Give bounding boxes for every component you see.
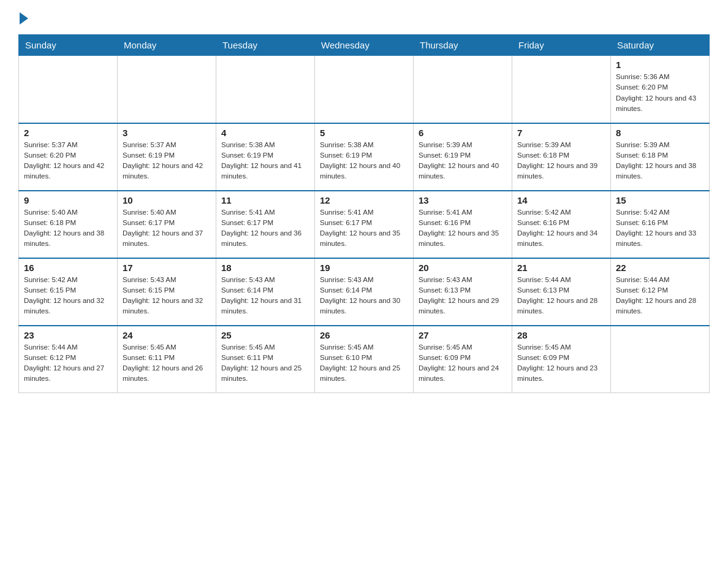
day-number: 12 <box>320 195 408 205</box>
calendar-cell: 4Sunrise: 5:38 AMSunset: 6:19 PMDaylight… <box>216 123 315 191</box>
calendar-cell: 26Sunrise: 5:45 AMSunset: 6:10 PMDayligh… <box>315 326 414 393</box>
day-info: Sunrise: 5:43 AMSunset: 6:14 PMDaylight:… <box>320 275 408 317</box>
calendar-cell: 24Sunrise: 5:45 AMSunset: 6:11 PMDayligh… <box>118 326 216 393</box>
header-saturday: Saturday <box>611 35 710 56</box>
day-info: Sunrise: 5:39 AMSunset: 6:19 PMDaylight:… <box>419 140 507 182</box>
day-info: Sunrise: 5:45 AMSunset: 6:10 PMDaylight:… <box>320 342 408 385</box>
day-info: Sunrise: 5:43 AMSunset: 6:15 PMDaylight:… <box>123 275 211 317</box>
header <box>18 12 710 25</box>
weekday-header-row: Sunday Monday Tuesday Wednesday Thursday… <box>19 35 710 56</box>
calendar-cell: 3Sunrise: 5:37 AMSunset: 6:19 PMDaylight… <box>118 123 216 191</box>
calendar-cell: 7Sunrise: 5:39 AMSunset: 6:18 PMDaylight… <box>512 123 611 191</box>
day-info: Sunrise: 5:41 AMSunset: 6:17 PMDaylight:… <box>320 207 408 250</box>
day-number: 21 <box>517 262 605 273</box>
day-number: 23 <box>24 330 112 340</box>
calendar-cell: 12Sunrise: 5:41 AMSunset: 6:17 PMDayligh… <box>315 191 414 258</box>
day-info: Sunrise: 5:41 AMSunset: 6:17 PMDaylight:… <box>221 207 309 250</box>
day-number: 27 <box>419 330 507 340</box>
day-number: 14 <box>517 195 605 205</box>
day-number: 28 <box>517 330 605 340</box>
header-friday: Friday <box>512 35 611 56</box>
calendar-cell: 9Sunrise: 5:40 AMSunset: 6:18 PMDaylight… <box>19 191 118 258</box>
calendar-cell: 15Sunrise: 5:42 AMSunset: 6:16 PMDayligh… <box>611 191 710 258</box>
day-number: 1 <box>616 59 704 70</box>
day-info: Sunrise: 5:38 AMSunset: 6:19 PMDaylight:… <box>320 140 408 182</box>
day-info: Sunrise: 5:44 AMSunset: 6:12 PMDaylight:… <box>616 275 704 317</box>
day-info: Sunrise: 5:45 AMSunset: 6:09 PMDaylight:… <box>517 342 605 385</box>
header-tuesday: Tuesday <box>216 35 315 56</box>
day-info: Sunrise: 5:42 AMSunset: 6:16 PMDaylight:… <box>517 207 605 250</box>
day-number: 24 <box>123 330 211 340</box>
header-sunday: Sunday <box>19 35 118 56</box>
calendar-cell: 17Sunrise: 5:43 AMSunset: 6:15 PMDayligh… <box>118 258 216 326</box>
day-info: Sunrise: 5:45 AMSunset: 6:09 PMDaylight:… <box>419 342 507 385</box>
calendar-week-row: 1Sunrise: 5:36 AMSunset: 6:20 PMDaylight… <box>19 56 710 123</box>
day-info: Sunrise: 5:40 AMSunset: 6:17 PMDaylight:… <box>123 207 211 250</box>
day-number: 20 <box>419 262 507 273</box>
day-info: Sunrise: 5:42 AMSunset: 6:15 PMDaylight:… <box>24 275 112 317</box>
calendar-cell <box>315 56 414 123</box>
calendar-cell <box>414 56 512 123</box>
day-info: Sunrise: 5:42 AMSunset: 6:16 PMDaylight:… <box>616 207 704 250</box>
calendar-cell: 28Sunrise: 5:45 AMSunset: 6:09 PMDayligh… <box>512 326 611 393</box>
day-info: Sunrise: 5:38 AMSunset: 6:19 PMDaylight:… <box>221 140 309 182</box>
day-info: Sunrise: 5:37 AMSunset: 6:20 PMDaylight:… <box>24 140 112 182</box>
calendar-cell <box>118 56 216 123</box>
calendar-cell <box>19 56 118 123</box>
day-number: 18 <box>221 262 309 273</box>
day-info: Sunrise: 5:44 AMSunset: 6:13 PMDaylight:… <box>517 275 605 317</box>
calendar-cell: 27Sunrise: 5:45 AMSunset: 6:09 PMDayligh… <box>414 326 512 393</box>
day-info: Sunrise: 5:41 AMSunset: 6:16 PMDaylight:… <box>419 207 507 250</box>
calendar-cell: 2Sunrise: 5:37 AMSunset: 6:20 PMDaylight… <box>19 123 118 191</box>
day-number: 8 <box>616 128 704 138</box>
header-thursday: Thursday <box>414 35 512 56</box>
calendar-cell: 6Sunrise: 5:39 AMSunset: 6:19 PMDaylight… <box>414 123 512 191</box>
day-number: 4 <box>221 128 309 138</box>
day-number: 25 <box>221 330 309 340</box>
logo <box>18 12 28 25</box>
day-info: Sunrise: 5:44 AMSunset: 6:12 PMDaylight:… <box>24 342 112 385</box>
day-number: 2 <box>24 128 112 138</box>
calendar-table: Sunday Monday Tuesday Wednesday Thursday… <box>18 34 710 393</box>
day-number: 7 <box>517 128 605 138</box>
day-info: Sunrise: 5:45 AMSunset: 6:11 PMDaylight:… <box>123 342 211 385</box>
day-info: Sunrise: 5:39 AMSunset: 6:18 PMDaylight:… <box>517 140 605 182</box>
day-info: Sunrise: 5:45 AMSunset: 6:11 PMDaylight:… <box>221 342 309 385</box>
day-number: 3 <box>123 128 211 138</box>
calendar-week-row: 9Sunrise: 5:40 AMSunset: 6:18 PMDaylight… <box>19 191 710 258</box>
day-number: 22 <box>616 262 704 273</box>
calendar-cell: 22Sunrise: 5:44 AMSunset: 6:12 PMDayligh… <box>611 258 710 326</box>
calendar-cell: 8Sunrise: 5:39 AMSunset: 6:18 PMDaylight… <box>611 123 710 191</box>
day-number: 6 <box>419 128 507 138</box>
calendar-cell: 14Sunrise: 5:42 AMSunset: 6:16 PMDayligh… <box>512 191 611 258</box>
day-number: 26 <box>320 330 408 340</box>
day-number: 17 <box>123 262 211 273</box>
calendar-cell: 10Sunrise: 5:40 AMSunset: 6:17 PMDayligh… <box>118 191 216 258</box>
calendar-cell <box>512 56 611 123</box>
day-number: 9 <box>24 195 112 205</box>
calendar-cell: 23Sunrise: 5:44 AMSunset: 6:12 PMDayligh… <box>19 326 118 393</box>
day-info: Sunrise: 5:43 AMSunset: 6:13 PMDaylight:… <box>419 275 507 317</box>
calendar-cell: 19Sunrise: 5:43 AMSunset: 6:14 PMDayligh… <box>315 258 414 326</box>
calendar-cell: 18Sunrise: 5:43 AMSunset: 6:14 PMDayligh… <box>216 258 315 326</box>
day-info: Sunrise: 5:43 AMSunset: 6:14 PMDaylight:… <box>221 275 309 317</box>
calendar-cell <box>216 56 315 123</box>
header-wednesday: Wednesday <box>315 35 414 56</box>
calendar-week-row: 16Sunrise: 5:42 AMSunset: 6:15 PMDayligh… <box>19 258 710 326</box>
calendar-cell <box>611 326 710 393</box>
calendar-cell: 25Sunrise: 5:45 AMSunset: 6:11 PMDayligh… <box>216 326 315 393</box>
calendar-week-row: 23Sunrise: 5:44 AMSunset: 6:12 PMDayligh… <box>19 326 710 393</box>
header-monday: Monday <box>118 35 216 56</box>
logo-arrow-icon <box>20 12 28 25</box>
calendar-cell: 1Sunrise: 5:36 AMSunset: 6:20 PMDaylight… <box>611 56 710 123</box>
calendar-cell: 21Sunrise: 5:44 AMSunset: 6:13 PMDayligh… <box>512 258 611 326</box>
day-info: Sunrise: 5:40 AMSunset: 6:18 PMDaylight:… <box>24 207 112 250</box>
calendar-cell: 13Sunrise: 5:41 AMSunset: 6:16 PMDayligh… <box>414 191 512 258</box>
calendar-cell: 20Sunrise: 5:43 AMSunset: 6:13 PMDayligh… <box>414 258 512 326</box>
day-number: 11 <box>221 195 309 205</box>
calendar-week-row: 2Sunrise: 5:37 AMSunset: 6:20 PMDaylight… <box>19 123 710 191</box>
calendar-cell: 16Sunrise: 5:42 AMSunset: 6:15 PMDayligh… <box>19 258 118 326</box>
day-number: 13 <box>419 195 507 205</box>
day-number: 15 <box>616 195 704 205</box>
day-info: Sunrise: 5:36 AMSunset: 6:20 PMDaylight:… <box>616 72 704 114</box>
